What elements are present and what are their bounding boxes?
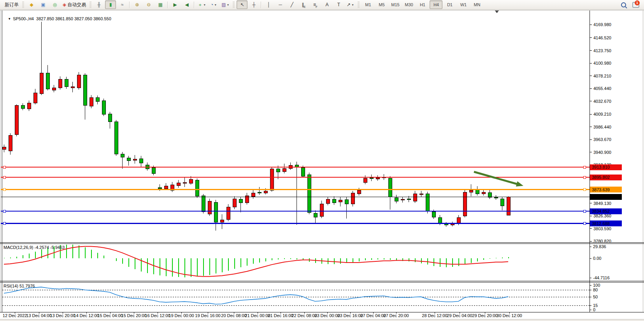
tf-m30-button[interactable]: M30 bbox=[402, 0, 415, 9]
rsi-indicator-label: RSI(14) 51.7976 bbox=[4, 284, 35, 288]
candle-body bbox=[58, 79, 62, 88]
pivot-line-handle[interactable] bbox=[3, 189, 5, 191]
macd-tick-label: -44.7116 bbox=[593, 275, 610, 280]
chart-context-triangle-icon[interactable]: ▼ bbox=[8, 17, 11, 21]
autotrading-icon: ◈ bbox=[63, 2, 66, 7]
support-line-2-handle[interactable] bbox=[583, 222, 586, 225]
candle-body bbox=[401, 199, 404, 200]
candle-body bbox=[195, 180, 199, 196]
line-chart-icon: ≈ bbox=[121, 2, 124, 7]
support-line-2-price-label: 3812.688 bbox=[592, 221, 610, 226]
trendline-icon[interactable]: ╱ bbox=[286, 0, 297, 9]
candle-body bbox=[507, 197, 510, 215]
autotrading-button[interactable]: ◈自动交易 bbox=[61, 0, 88, 9]
new-order-button-label: 新订单 bbox=[5, 2, 19, 7]
resistance-line-1-handle[interactable] bbox=[3, 166, 5, 168]
candle-body bbox=[426, 194, 429, 211]
tf-d1-button[interactable]: D1 bbox=[443, 0, 456, 9]
toolbar-sep bbox=[261, 2, 261, 8]
tf-h4-button[interactable]: H4 bbox=[430, 0, 442, 9]
tf-m1-button[interactable]: M1 bbox=[361, 0, 374, 9]
text-label-icon: T bbox=[337, 2, 340, 7]
tile-windows-icon[interactable]: ▦ bbox=[155, 0, 166, 9]
periods-button-dropdown-caret-icon[interactable]: ▼ bbox=[214, 4, 217, 6]
cursor-icon[interactable]: ↖ bbox=[237, 0, 247, 9]
date-tick-label: 30 Dec 12:00 bbox=[497, 313, 522, 318]
chart-canvas[interactable]: 4169.9804146.5204123.7504100.9804078.210… bbox=[0, 0, 644, 321]
new-order-button[interactable]: 新订单 bbox=[2, 0, 20, 9]
zoom-out-icon[interactable]: ⊖ bbox=[143, 0, 154, 9]
resistance-line-2-handle[interactable] bbox=[583, 176, 586, 178]
tf-h1-button-label: H1 bbox=[420, 3, 425, 7]
candle-body bbox=[2, 147, 6, 150]
pivot-line-handle[interactable] bbox=[583, 189, 586, 191]
resistance-line-2-handle[interactable] bbox=[3, 176, 5, 178]
candle-body bbox=[27, 103, 31, 109]
candle-body bbox=[15, 105, 18, 134]
bars-chart-icon[interactable]: ╫ bbox=[93, 0, 104, 9]
equidistant-channel-icon[interactable]: ∥E bbox=[298, 0, 309, 9]
price-tick-label: 4078.210 bbox=[593, 74, 611, 78]
templates-button-dropdown-caret-icon[interactable]: ▼ bbox=[227, 4, 230, 6]
date-tick-label: 13 Dec 20:00 bbox=[50, 313, 75, 318]
templates-button[interactable]: ▨▼ bbox=[220, 0, 231, 9]
date-tick-label: 27 Dec 04:00 bbox=[360, 313, 386, 318]
date-tick-label: 29 Dec 04:00 bbox=[447, 313, 472, 318]
indicators-button[interactable]: ＋▼ bbox=[196, 0, 207, 9]
candle-body bbox=[264, 191, 267, 193]
candle-body bbox=[139, 159, 143, 163]
chart-background bbox=[0, 10, 644, 319]
candle-body bbox=[407, 199, 411, 199]
date-tick-label: 14 Dec 12:00 bbox=[74, 313, 99, 318]
candle-body bbox=[339, 200, 342, 202]
periods-button[interactable]: ◔▼ bbox=[208, 0, 219, 9]
text-icon[interactable]: A bbox=[321, 0, 332, 9]
text-label-icon[interactable]: T bbox=[333, 0, 344, 9]
tf-mn-button[interactable]: MN bbox=[470, 0, 483, 9]
auto-scroll-icon[interactable]: ▶ bbox=[170, 0, 181, 9]
candle-body bbox=[463, 192, 467, 216]
support-line-2-handle[interactable] bbox=[3, 222, 5, 225]
price-tick-label: 4146.520 bbox=[593, 35, 611, 40]
date-tick-label: 20 Dec 08:00 bbox=[221, 313, 246, 318]
candle-body bbox=[438, 217, 442, 223]
indicators-icon: ＋ bbox=[198, 2, 202, 7]
main-toolbar: 新订单◆▣◎◈自动交易╫▮≈⊕⊖▦▶◀＋▼◔▼▨▼↖┼│─╱∥E≡FAT↗▼M1… bbox=[0, 0, 644, 10]
indicators-button-dropdown-caret-icon[interactable]: ▼ bbox=[203, 4, 206, 6]
chart-wizard-icon[interactable]: ◆ bbox=[26, 0, 37, 9]
new-chart-icon[interactable]: ▣ bbox=[38, 0, 49, 9]
arrows-button-dropdown-caret-icon[interactable]: ▼ bbox=[351, 4, 354, 6]
tf-w1-button[interactable]: W1 bbox=[457, 0, 470, 9]
chart-shift-icon[interactable]: ◀ bbox=[181, 0, 192, 9]
fibonacci-icon[interactable]: ≡F bbox=[310, 0, 321, 9]
candle-body bbox=[33, 93, 37, 103]
price-tick-label: 4055.440 bbox=[593, 86, 611, 91]
candle-body bbox=[214, 202, 218, 222]
arrows-button[interactable]: ↗▼ bbox=[345, 0, 356, 9]
resistance-line-1-handle[interactable] bbox=[583, 166, 586, 168]
support-line-1-handle[interactable] bbox=[3, 210, 5, 212]
tf-m15-button[interactable]: M15 bbox=[389, 0, 402, 9]
search-button[interactable] bbox=[618, 0, 629, 9]
candle-body bbox=[226, 207, 230, 219]
tf-h1-button[interactable]: H1 bbox=[416, 0, 429, 9]
candle-body bbox=[351, 193, 354, 204]
market-watch-icon[interactable]: ◎ bbox=[49, 0, 60, 9]
candle-body bbox=[239, 199, 242, 203]
date-tick-label: 28 Dec 12:00 bbox=[422, 313, 447, 318]
candle-body bbox=[276, 169, 280, 172]
tf-m5-button[interactable]: M5 bbox=[375, 0, 388, 9]
chat-button[interactable]: 1 bbox=[630, 0, 642, 9]
candle-body bbox=[189, 179, 193, 183]
horizontal-line-icon[interactable]: ─ bbox=[275, 0, 286, 9]
rsi-tick-label: 50 bbox=[593, 295, 598, 299]
vertical-line-icon[interactable]: │ bbox=[263, 0, 274, 9]
support-line-1-handle[interactable] bbox=[583, 210, 586, 212]
line-chart-icon[interactable]: ≈ bbox=[117, 0, 128, 9]
resistance-line-2-price-label: 3895.802 bbox=[592, 175, 610, 180]
candle-body bbox=[488, 192, 491, 197]
candles-chart-icon[interactable]: ▮ bbox=[105, 0, 116, 9]
candle-body bbox=[114, 122, 118, 154]
zoom-in-icon[interactable]: ⊕ bbox=[132, 0, 142, 9]
crosshair-icon[interactable]: ┼ bbox=[248, 0, 259, 9]
